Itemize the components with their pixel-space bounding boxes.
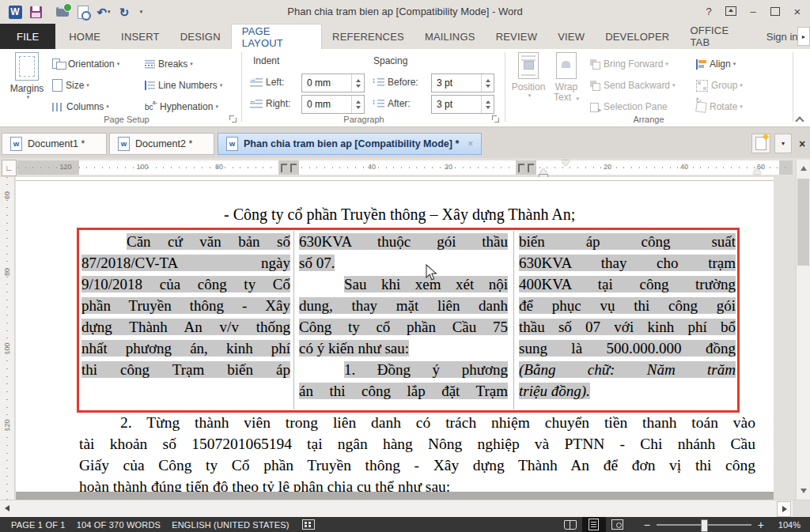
indent-right-field[interactable]: 0 mm (301, 95, 365, 114)
line-numbers-button[interactable]: Line Numbers▾ (145, 77, 222, 94)
tab-office-tab[interactable]: OFFICE TAB (679, 24, 758, 49)
tab-design[interactable]: DESIGN (170, 24, 231, 49)
column-boundary-marker[interactable] (278, 160, 299, 175)
margins-button[interactable]: Margins ▾ (6, 52, 47, 114)
spacing-before-field[interactable]: 3 pt (431, 74, 494, 92)
group-icon (696, 80, 708, 92)
doc-tab-document1[interactable]: W Document1 * (2, 133, 107, 155)
tab-close-icon[interactable]: × (467, 138, 473, 149)
column-boundary-marker[interactable] (516, 160, 536, 175)
help-icon[interactable]: ? (698, 1, 720, 21)
zoom-out-icon[interactable]: − (644, 519, 650, 531)
zoom-in-icon[interactable]: + (758, 519, 764, 531)
word-doc-icon: W (226, 137, 238, 151)
tab-view[interactable]: VIEW (547, 24, 595, 49)
position-button: Position ▾ (511, 52, 546, 114)
print-layout-icon[interactable] (582, 517, 606, 532)
new-document-button[interactable] (751, 134, 770, 153)
orientation-button[interactable]: Orientation▾ (52, 55, 119, 73)
tab-insert[interactable]: INSERT (111, 24, 170, 49)
ruler-label: 120 (3, 419, 11, 432)
tab-file[interactable]: FILE (0, 24, 55, 49)
zoom-slider[interactable] (657, 524, 751, 526)
hyphenation-button[interactable]: bca- Hyphenation▾ (145, 98, 218, 115)
tab-mailings[interactable]: MAILINGS (414, 24, 486, 49)
read-mode-icon[interactable] (558, 517, 582, 532)
paragraph-dialog-launcher-icon[interactable] (492, 115, 500, 123)
spacing-after-field[interactable]: 3 pt (431, 95, 494, 114)
group-separator (241, 52, 242, 122)
spacing-before-spinner[interactable] (481, 74, 494, 92)
align-button[interactable]: Align▾ (696, 55, 736, 73)
scroll-right-icon (782, 506, 787, 512)
vertical-scrollbar[interactable] (796, 160, 810, 500)
indent-right-spinner[interactable] (351, 96, 364, 113)
horizontal-ruler[interactable]: 120 100 80 40 20 20 40 60 (17, 160, 793, 175)
word-count[interactable]: 104 OF 370 WORDS (77, 520, 161, 530)
scroll-up-icon[interactable] (801, 166, 807, 171)
language-indicator[interactable]: ENGLISH (UNITED STATES) (172, 520, 289, 530)
page-setup-dialog-launcher-icon[interactable] (229, 115, 237, 123)
align-icon (696, 59, 706, 70)
doc-tab-active[interactable]: W Phan chia tram bien ap [Compatibility … (218, 133, 482, 155)
web-layout-icon[interactable] (606, 517, 630, 532)
selection-pane-button: Selection Pane (590, 98, 668, 115)
minimize-icon[interactable]: – (742, 1, 764, 21)
document-page[interactable]: - Công ty cổ phần Truyền thông – Xây dựn… (16, 177, 774, 492)
tab-home[interactable]: HOME (59, 24, 111, 49)
size-button[interactable]: Size▾ (52, 77, 89, 94)
page-count[interactable]: PAGE 1 OF 1 (11, 520, 66, 530)
group-button: Group▾ (696, 77, 743, 94)
indent-header: Indent (253, 55, 279, 66)
scroll-down-icon[interactable] (801, 489, 807, 493)
tab-developer[interactable]: DEVELOPER (595, 24, 679, 49)
tabbar-close-icon[interactable]: × (794, 134, 810, 153)
hanging-indent-marker[interactable] (539, 168, 547, 174)
tab-list-dropdown-icon[interactable]: ▾ (774, 134, 792, 153)
vertical-ruler[interactable]: 60 80 100 120 (0, 177, 15, 500)
ribbon: Margins ▾ Orientation▾ Size▾ Columns▾ Br… (0, 49, 810, 127)
indent-left-field[interactable]: 0 mm (301, 74, 365, 92)
red-highlight-box (77, 228, 740, 413)
vertical-scrollbar-thumb[interactable] (797, 179, 809, 266)
right-indent-marker[interactable] (753, 168, 761, 174)
spacing-after-label: After: (372, 95, 411, 112)
more-tabs-icon[interactable]: ► (797, 27, 810, 46)
horizontal-scrollbar[interactable] (0, 500, 810, 518)
close-icon[interactable]: × (786, 1, 808, 21)
ruler-label: 60 (3, 189, 11, 202)
position-icon (518, 52, 539, 79)
macro-record-icon[interactable] (302, 519, 315, 530)
sign-in-link[interactable]: Sign in (759, 31, 797, 43)
ruler-label: 20 (445, 163, 452, 171)
first-line-indent-marker[interactable] (562, 160, 570, 166)
hyphenation-icon: bca- (145, 103, 157, 111)
tab-page-layout[interactable]: PAGE LAYOUT (231, 24, 322, 49)
scroll-left-icon[interactable] (5, 505, 9, 511)
word-doc-icon: W (118, 137, 130, 151)
page-bottom-edge (16, 492, 774, 500)
ruler-label: 100 (136, 163, 148, 171)
window-title: Phan chia tram bien ap [Compatibility Mo… (0, 6, 810, 17)
wrap-text-button: WrapText ▾ (549, 52, 584, 114)
zoom-slider-thumb[interactable] (701, 519, 708, 532)
zoom-percentage[interactable]: 104% (772, 520, 801, 530)
maximize-icon[interactable] (764, 1, 786, 21)
arrange-group-label: Arrange (601, 115, 696, 124)
tab-references[interactable]: REFERENCES (322, 24, 414, 49)
mouse-cursor (426, 264, 437, 285)
ruler-ticks (17, 167, 793, 168)
size-icon (52, 79, 62, 92)
ruler-label: 120 (59, 163, 71, 171)
doc-tab-document2[interactable]: W Document2 * (109, 133, 214, 155)
columns-button[interactable]: Columns▾ (52, 98, 109, 115)
indent-left-spinner[interactable] (351, 74, 364, 92)
collapse-ribbon-icon[interactable] (796, 115, 804, 123)
ribbon-display-options-icon[interactable] (720, 1, 742, 21)
ruler-label: 100 (3, 342, 11, 355)
tab-review[interactable]: REVIEW (486, 24, 547, 49)
breaks-button[interactable]: Breaks▾ (145, 55, 193, 73)
spacing-after-spinner[interactable] (481, 96, 494, 113)
tab-stop-selector[interactable]: ∟ (2, 160, 17, 176)
scroll-right-button[interactable] (777, 501, 791, 517)
